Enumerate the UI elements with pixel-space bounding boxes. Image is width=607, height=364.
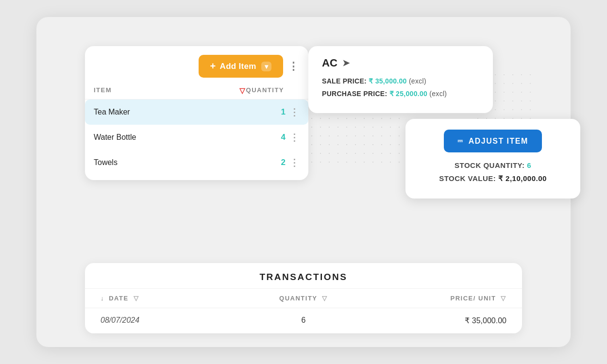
trans-price-unit: ₹ 35,000.00 [371,316,506,325]
qty-filter-icon[interactable]: ▽ [322,295,328,302]
transaction-row: 08/07/2024 6 ₹ 35,000.00 [85,308,522,333]
adjust-icon: ⎓ [457,136,464,146]
stock-value-amount: ₹ 2,10,000.00 [498,174,547,182]
main-container: + Add Item ▾ ⋮ ITEM ▽ QUANTITY Tea Maker… [36,17,571,347]
col-qty-label: QUANTITY [246,86,284,95]
sale-price-label: SALE PRICE: [322,77,367,85]
sort-icon: ↓ [101,295,104,302]
adjust-item-card: ⎓ ADJUST ITEM STOCK QUANTITY: 6 STOCK VA… [405,119,580,199]
row-menu-dots[interactable]: ⋮ [289,132,300,143]
stock-value-label: STOCK VALUE: [439,174,496,182]
col-item-label: ITEM [94,86,237,95]
adjust-item-label: ADJUST ITEM [469,137,528,146]
item-name: Water Bottle [94,133,281,142]
purchase-price-excl: (excl) [429,90,447,98]
items-header: + Add Item ▾ ⋮ [85,46,308,83]
item-detail-name: AC [322,57,337,69]
stock-qty-value: 6 [527,161,531,169]
items-panel: + Add Item ▾ ⋮ ITEM ▽ QUANTITY Tea Maker… [85,46,308,180]
item-name: Towels [94,158,281,167]
stock-qty-label: STOCK QUANTITY: [455,161,524,169]
header-menu-dots[interactable]: ⋮ [288,60,300,73]
item-quantity: 1 [281,107,286,117]
row-menu-dots[interactable]: ⋮ [289,106,300,118]
item-detail-card: AC ➤ SALE PRICE: ₹ 35,000.00 (excl) PURC… [308,46,493,113]
transactions-panel: TRANSACTIONS ↓ DATE ▽ QUANTITY ▽ PRICE/ … [85,263,522,333]
col-date-header[interactable]: ↓ DATE ▽ [101,295,236,302]
stock-value-row: STOCK VALUE: ₹ 2,10,000.00 [419,174,567,183]
sale-price-row: SALE PRICE: ₹ 35,000.00 (excl) [322,77,479,85]
item-quantity: 2 [281,158,286,167]
transactions-table-header: ↓ DATE ▽ QUANTITY ▽ PRICE/ UNIT ▽ [85,289,522,308]
table-row[interactable]: Water Bottle 4 ⋮ [85,125,308,150]
row-menu-dots[interactable]: ⋮ [289,157,300,168]
table-row[interactable]: Towels 2 ⋮ [85,150,308,175]
item-quantity: 4 [281,132,286,142]
plus-icon: + [210,61,216,72]
trans-quantity: 6 [236,316,371,325]
col-quantity-header[interactable]: QUANTITY ▽ [236,295,371,302]
table-row[interactable]: Tea Maker 1 ⋮ [85,99,308,125]
add-item-button[interactable]: + Add Item ▾ [199,55,283,78]
chevron-down-icon: ▾ [261,62,271,71]
purchase-price-row: PURCHASE PRICE: ₹ 25,000.00 (excl) [322,90,479,98]
purchase-price-value: ₹ 25,000.00 [389,90,427,98]
adjust-item-button[interactable]: ⎓ ADJUST ITEM [444,130,542,152]
trans-date: 08/07/2024 [101,316,236,325]
items-table-header: ITEM ▽ QUANTITY [85,83,308,99]
item-filter-icon[interactable]: ▽ [239,86,246,95]
item-detail-title: AC ➤ [322,57,479,69]
col-priceunit-header[interactable]: PRICE/ UNIT ▽ [371,295,506,302]
transactions-title: TRANSACTIONS [85,263,522,289]
sale-price-value: ₹ 35,000.00 [369,77,406,85]
price-filter-icon[interactable]: ▽ [501,295,506,302]
sale-price-excl: (excl) [409,77,426,85]
stock-quantity-row: STOCK QUANTITY: 6 [419,161,567,169]
purchase-price-label: PURCHASE PRICE: [322,90,387,98]
date-filter-icon[interactable]: ▽ [134,295,139,302]
share-icon[interactable]: ➤ [342,58,350,68]
add-item-label: Add Item [220,62,256,71]
item-name: Tea Maker [94,108,281,116]
